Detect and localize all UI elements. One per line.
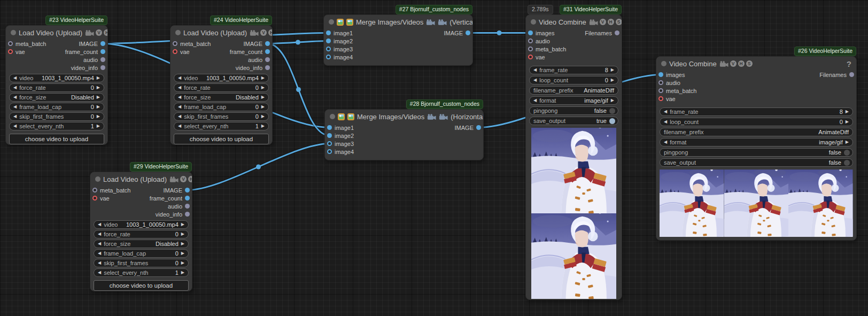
toggle-off-icon[interactable] (609, 108, 615, 114)
arrow-left-icon[interactable]: ◀ (178, 95, 181, 99)
input-slot-meta-batch[interactable] (8, 41, 13, 46)
widget-filename-prefix[interactable]: filename_prefixAnimateDiff (660, 128, 853, 136)
node-video-combine-31[interactable]: #31 VideoHelperSuite 2.789s Video Combin… (525, 14, 622, 300)
widget-pingpong[interactable]: pingpongfalse (529, 106, 618, 115)
arrow-right-icon[interactable]: ▶ (181, 251, 184, 256)
arrow-left-icon[interactable]: ◀ (13, 95, 17, 99)
output-slot-audio[interactable] (185, 204, 190, 209)
widget-save-output[interactable]: save_outputtrue (529, 117, 618, 125)
arrow-right-icon[interactable]: ▶ (97, 124, 100, 128)
output-slot-image[interactable] (466, 30, 470, 35)
arrow-right-icon[interactable]: ▶ (97, 95, 100, 99)
input-slot-audio[interactable] (658, 80, 663, 85)
link-midpoint-dot[interactable] (256, 165, 261, 169)
output-slot-video-info[interactable] (185, 212, 190, 217)
widget-frame-rate[interactable]: ◀frame_rate8▶ (660, 107, 853, 116)
arrow-right-icon[interactable]: ▶ (261, 86, 265, 90)
widget-filename-prefix[interactable]: filename_prefixAnimateDiff (529, 86, 618, 95)
collapse-dot[interactable] (175, 30, 181, 35)
input-slot-vae[interactable] (173, 49, 177, 54)
arrow-left-icon[interactable]: ◀ (178, 76, 181, 80)
widget-pingpong[interactable]: pingpongfalse (660, 148, 853, 157)
input-slot-image1[interactable] (327, 125, 332, 130)
output-slot-image[interactable] (476, 125, 481, 130)
arrow-left-icon[interactable]: ◀ (13, 124, 17, 128)
input-slot-vae[interactable] (528, 55, 533, 59)
input-slot-image2[interactable] (326, 38, 331, 43)
arrow-left-icon[interactable]: ◀ (178, 105, 181, 109)
arrow-right-icon[interactable]: ▶ (97, 105, 100, 109)
node-load-video-29[interactable]: #29 VideoHelperSuite Load Video (Upload)… (90, 172, 192, 291)
node-merge-vertically-27[interactable]: #27 Bjornulf_custom_nodes Merge Images/V… (323, 14, 473, 66)
node-load-video-23[interactable]: #23 VideoHelperSuite Load Video (Upload)… (5, 25, 108, 145)
link-midpoint-dot[interactable] (296, 87, 301, 92)
widget-video[interactable]: ◀video1003_1_00050.mp4▶ (94, 220, 189, 229)
widget-format[interactable]: ◀formatimage/gif▶ (529, 96, 618, 105)
node-title-bar[interactable]: Merge Images/Videos (Horizontally) (325, 110, 483, 124)
arrow-left-icon[interactable]: ◀ (98, 222, 101, 227)
choose-video-button[interactable]: choose video to upload (94, 280, 189, 291)
arrow-left-icon[interactable]: ◀ (664, 120, 667, 124)
arrow-left-icon[interactable]: ◀ (13, 86, 17, 90)
widget-skip-first-frames[interactable]: ◀skip_first_frames0▶ (94, 259, 189, 267)
widget-force-size[interactable]: ◀force_sizeDisabled▶ (94, 240, 189, 248)
arrow-left-icon[interactable]: ◀ (178, 124, 181, 128)
widget-save-output[interactable]: save_outputfalse (660, 158, 853, 167)
arrow-right-icon[interactable]: ▶ (181, 271, 184, 275)
arrow-right-icon[interactable]: ▶ (97, 114, 100, 119)
arrow-right-icon[interactable]: ▶ (97, 76, 100, 80)
arrow-left-icon[interactable]: ◀ (178, 114, 181, 119)
arrow-right-icon[interactable]: ▶ (181, 242, 184, 246)
widget-force-rate[interactable]: ◀force_rate0▶ (94, 230, 189, 238)
widget-select-every-nth[interactable]: ◀select_every_nth1▶ (174, 122, 269, 130)
arrow-right-icon[interactable]: ▶ (611, 98, 614, 103)
arrow-right-icon[interactable]: ▶ (611, 78, 614, 82)
node-title-bar[interactable]: Video Combine V H S ? (526, 15, 622, 29)
arrow-left-icon[interactable]: ◀ (533, 98, 537, 103)
input-slot-audio[interactable] (528, 38, 533, 43)
node-title-bar[interactable]: Load Video (Upload) V H S ? (90, 172, 192, 186)
node-load-video-24[interactable]: #24 VideoHelperSuite Load Video (Upload)… (170, 25, 273, 145)
link-midpoint-dot[interactable] (296, 40, 300, 45)
widget-select-every-nth[interactable]: ◀select_every_nth1▶ (9, 122, 104, 130)
arrow-left-icon[interactable]: ◀ (98, 251, 101, 256)
arrow-left-icon[interactable]: ◀ (178, 86, 181, 90)
widget-format[interactable]: ◀formatimage/gif▶ (660, 138, 853, 147)
collapse-dot[interactable] (95, 176, 100, 182)
arrow-right-icon[interactable]: ▶ (846, 140, 849, 144)
widget-frame-load-cap[interactable]: ◀frame_load_cap0▶ (94, 249, 189, 258)
arrow-left-icon[interactable]: ◀ (13, 105, 17, 109)
arrow-left-icon[interactable]: ◀ (98, 261, 101, 265)
node-title-bar[interactable]: Load Video (Upload) V H S ? (170, 26, 272, 40)
arrow-right-icon[interactable]: ▶ (181, 261, 184, 265)
output-slot-video-info[interactable] (265, 65, 270, 70)
input-slot-meta-batch[interactable] (173, 41, 177, 46)
widget-video[interactable]: ◀video1003_1_00050.mp4▶ (9, 74, 104, 82)
output-slot-image[interactable] (265, 41, 270, 46)
widget-loop-count[interactable]: ◀loop_count0▶ (660, 118, 853, 126)
widget-frame-load-cap[interactable]: ◀frame_load_cap0▶ (9, 103, 104, 111)
output-slot-audio[interactable] (265, 57, 270, 62)
collapse-dot[interactable] (661, 61, 666, 66)
input-slot-image3[interactable] (327, 141, 332, 146)
input-slot-meta-batch[interactable] (92, 188, 97, 192)
input-slot-image2[interactable] (327, 133, 332, 138)
toggle-on-icon[interactable] (609, 118, 615, 124)
input-slot-vae[interactable] (8, 49, 13, 54)
output-slot-filenames[interactable] (849, 72, 854, 77)
output-slot-image[interactable] (185, 188, 190, 192)
output-slot-audio[interactable] (100, 57, 105, 62)
video-preview-horizontal[interactable] (660, 169, 853, 237)
widget-force-rate[interactable]: ◀force_rate0▶ (9, 83, 104, 92)
input-slot-vae[interactable] (92, 196, 97, 201)
help-icon[interactable]: ? (847, 59, 851, 68)
widget-loop-count[interactable]: ◀loop_count0▶ (529, 76, 618, 84)
input-slot-meta-batch[interactable] (658, 88, 663, 93)
arrow-right-icon[interactable]: ▶ (181, 222, 184, 227)
input-slot-meta-batch[interactable] (528, 47, 533, 51)
input-slot-image4[interactable] (326, 55, 331, 59)
input-slot-images[interactable] (658, 72, 663, 77)
arrow-right-icon[interactable]: ▶ (261, 76, 265, 80)
collapse-dot[interactable] (330, 114, 335, 119)
arrow-right-icon[interactable]: ▶ (261, 114, 265, 119)
